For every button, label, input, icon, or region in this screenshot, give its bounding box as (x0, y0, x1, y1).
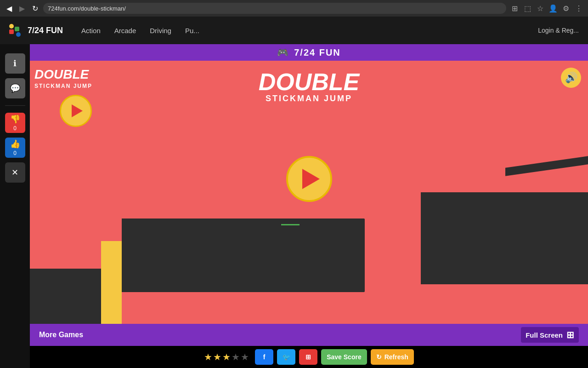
settings-icon[interactable]: ⚙ (561, 4, 571, 13)
left-sidebar: ℹ 💬 👎 0 👍 0 ✕ (0, 44, 30, 368)
star-1: ★ (204, 351, 212, 362)
star-4: ★ (232, 351, 240, 362)
refresh-button[interactable]: ↻ (30, 4, 40, 13)
info-icon: ℹ (13, 58, 17, 69)
extension-icon[interactable]: ⬚ (523, 4, 532, 13)
play-triangle-small (72, 104, 83, 117)
game-title: DOUBLE STICKMAN JUMP (259, 70, 360, 104)
sidebar-divider (5, 105, 25, 106)
dislike-button[interactable]: 👎 0 (5, 113, 25, 133)
translate-icon[interactable]: ⊞ (510, 4, 519, 13)
star-5: ★ (241, 351, 249, 362)
preview-platform-1 (30, 269, 103, 324)
play-button-large[interactable] (286, 156, 332, 202)
svg-point-2 (9, 24, 14, 29)
nav-arcade[interactable]: Arcade (114, 27, 136, 34)
menu-icon[interactable]: ⋮ (574, 4, 583, 13)
save-score-button[interactable]: Save Score (321, 349, 367, 365)
auth-links[interactable]: Login & Reg... (538, 27, 579, 34)
forward-button[interactable]: ▶ (17, 4, 27, 13)
refresh-icon: ↻ (376, 353, 382, 361)
game-area: 🎮 7/24 FUN DOUBLE STICKMAN JUMP DOUBLE S… (30, 44, 588, 368)
fullscreen-label: Full Screen (526, 331, 563, 339)
logo-icon (9, 23, 24, 38)
game-controls-bar: More Games Full Screen ⊞ (30, 324, 588, 346)
bottom-bar: More Games Full Screen ⊞ ★ ★ ★ ★ ★ f (30, 324, 588, 368)
dislike-count: 0 (13, 125, 17, 132)
bookmark-icon[interactable]: ☆ (536, 4, 545, 13)
twitter-button[interactable]: 🐦 (277, 349, 295, 365)
browser-bar: ◀ ▶ ↻ 724fun.com/double-stickman/ ⊞ ⬚ ☆ … (0, 0, 588, 17)
share-button[interactable]: ✕ (5, 162, 25, 183)
save-score-label: Save Score (327, 353, 362, 361)
decorative-line (281, 224, 300, 225)
svg-point-3 (16, 32, 21, 37)
url-text: 724fun.com/double-stickman/ (48, 5, 126, 12)
site-logo[interactable]: 7/24 FUN (9, 23, 63, 38)
like-icon: 👍 (10, 139, 20, 149)
game-title-main: DOUBLE (259, 70, 360, 94)
game-preview-left: DOUBLE STICKMAN JUMP (30, 61, 122, 324)
profile-icon[interactable]: 👤 (548, 4, 558, 13)
logo-text: 7/24 FUN (28, 26, 63, 35)
nav-menu: Action Arcade Driving Pu... (81, 27, 199, 34)
comment-button[interactable]: 💬 (5, 78, 25, 98)
sound-icon: 🔊 (565, 72, 577, 84)
nav-action[interactable]: Action (81, 27, 101, 34)
banner-icon: 🎮 (277, 47, 289, 58)
share-icon: ✕ (11, 167, 18, 178)
fullscreen-icon: ⊞ (566, 329, 574, 340)
more-games-link[interactable]: More Games (39, 331, 83, 339)
like-count: 0 (13, 150, 17, 156)
refresh-button[interactable]: ↻ Refresh (371, 349, 414, 365)
preview-platform-2 (101, 241, 122, 324)
star-rating[interactable]: ★ ★ ★ ★ ★ (204, 351, 249, 362)
preview-title-main: DOUBLE (30, 61, 122, 82)
platform-right-bottom (421, 192, 588, 284)
banner-title: 7/24 FUN (294, 47, 341, 58)
star-2: ★ (213, 351, 221, 362)
game-title-sub: STICKMAN JUMP (259, 94, 360, 104)
svg-rect-1 (15, 27, 19, 31)
dislike-icon: 👎 (10, 114, 20, 124)
play-triangle-large (302, 169, 320, 189)
share-score-button[interactable]: ⊞ (299, 349, 317, 365)
nav-driving[interactable]: Driving (150, 27, 171, 34)
site-banner: 🎮 7/24 FUN (30, 44, 588, 61)
star-3: ★ (222, 351, 231, 362)
like-button[interactable]: 👍 0 (5, 138, 25, 158)
info-button[interactable]: ℹ (5, 53, 25, 74)
platform-right-top (505, 156, 588, 176)
comment-icon: 💬 (10, 83, 20, 93)
play-button-small[interactable] (60, 95, 92, 127)
action-bar: ★ ★ ★ ★ ★ f 🐦 ⊞ Save Score (30, 346, 588, 368)
refresh-label: Refresh (384, 353, 408, 361)
sound-button[interactable]: 🔊 (561, 68, 581, 88)
facebook-icon: f (263, 353, 266, 361)
svg-rect-0 (9, 29, 14, 34)
facebook-button[interactable]: f (255, 349, 273, 365)
url-bar[interactable]: 724fun.com/double-stickman/ (43, 3, 506, 14)
nav-more[interactable]: Pu... (185, 27, 199, 34)
twitter-icon: 🐦 (283, 353, 290, 361)
fullscreen-button[interactable]: Full Screen ⊞ (521, 327, 579, 343)
preview-title-sub: STICKMAN JUMP (30, 82, 122, 90)
site-header: 7/24 FUN Action Arcade Driving Pu... Log… (0, 17, 588, 44)
main-content: ℹ 💬 👎 0 👍 0 ✕ 🎮 7/24 FUN DOUBLE STICKMAN… (0, 44, 588, 368)
share-score-icon: ⊞ (305, 353, 311, 361)
back-button[interactable]: ◀ (5, 4, 14, 13)
